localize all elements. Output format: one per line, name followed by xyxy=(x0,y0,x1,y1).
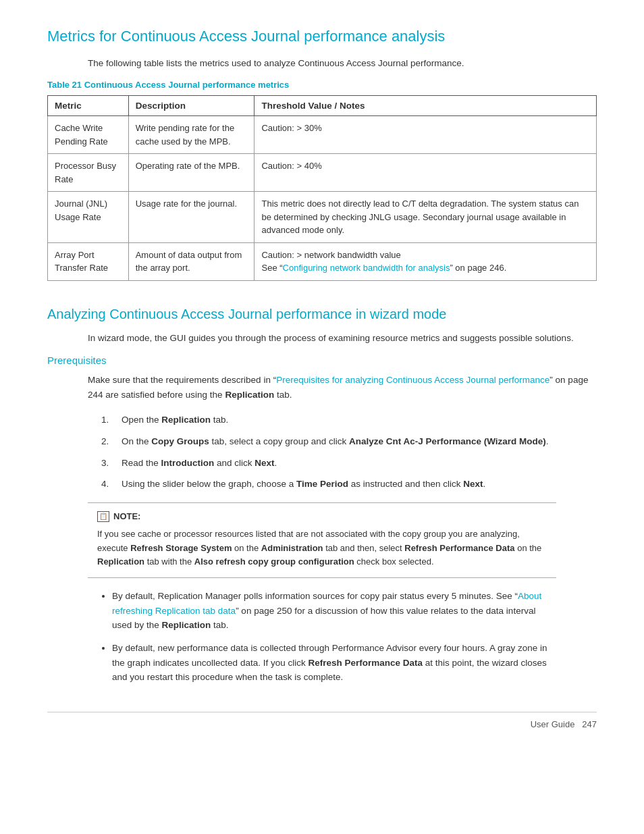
row2-description: Operating rate of the MPB. xyxy=(128,154,254,192)
page-footer: User Guide 247 xyxy=(47,712,597,729)
step-1: 1. Open the Replication tab. xyxy=(101,413,597,427)
row4-metric: Array Port Transfer Rate xyxy=(48,242,129,280)
col-header-threshold: Threshold Value / Notes xyxy=(254,96,597,116)
row4-threshold: Caution: > network bandwidth value See “… xyxy=(254,242,597,280)
configuring-link[interactable]: Configuring network bandwidth for analys… xyxy=(283,263,450,273)
table-caption: Table 21 Continuous Access Journal perfo… xyxy=(47,80,597,90)
section2-title: Analyzing Continuous Access Journal perf… xyxy=(47,305,597,323)
bullets-section: By default, Replication Manager polls in… xyxy=(101,589,556,685)
footer-label: User Guide xyxy=(531,719,575,729)
note-box: 📋 NOTE: If you see cache or processor re… xyxy=(88,502,556,578)
row2-metric: Processor Busy Rate xyxy=(48,154,129,192)
col-header-description: Description xyxy=(128,96,254,116)
bullet-2: By default, new performance data is coll… xyxy=(112,641,556,685)
table-row: Processor Busy Rate Operating rate of th… xyxy=(48,154,597,192)
note-label: NOTE: xyxy=(113,511,140,521)
step-4: 4. Using the slider below the graph, cho… xyxy=(101,477,597,492)
table-row: Cache Write Pending Rate Write pending r… xyxy=(48,116,597,154)
row1-metric: Cache Write Pending Rate xyxy=(48,116,129,154)
bullet-1: By default, Replication Manager polls in… xyxy=(112,589,556,633)
row2-threshold: Caution: > 40% xyxy=(254,154,597,192)
row1-threshold: Caution: > 30% xyxy=(254,116,597,154)
row1-description: Write pending rate for the cache used by… xyxy=(128,116,254,154)
step-3: 3. Read the Introduction and click Next. xyxy=(101,456,597,471)
prereq-title: Prerequisites xyxy=(47,355,597,366)
col-header-metric: Metric xyxy=(48,96,129,116)
note-icon: 📋 xyxy=(97,511,109,522)
note-body: If you see cache or processor resources … xyxy=(97,527,547,569)
row3-description: Usage rate for the journal. xyxy=(128,192,254,243)
row4-threshold-line1: Caution: > network bandwidth value xyxy=(261,250,400,260)
prereq-text: Make sure that the requirements describe… xyxy=(88,373,597,402)
refresh-link[interactable]: About refreshing Replication tab data xyxy=(112,591,541,616)
section1-title: Metrics for Continuous Access Journal pe… xyxy=(47,27,597,47)
section2-intro: In wizard mode, the GUI guides you throu… xyxy=(88,331,597,346)
metrics-table: Metric Description Threshold Value / Not… xyxy=(47,95,597,281)
table-row: Journal (JNL) Usage Rate Usage rate for … xyxy=(48,192,597,243)
note-header: 📋 NOTE: xyxy=(97,511,547,522)
row4-description: Amount of data output from the array por… xyxy=(128,242,254,280)
row3-threshold: This metric does not directly lead to C/… xyxy=(254,192,597,243)
section1-intro: The following table lists the metrics us… xyxy=(88,56,597,71)
prereq-link[interactable]: Prerequisites for analyzing Continuous A… xyxy=(276,375,549,385)
step-2: 2. On the Copy Groups tab, select a copy… xyxy=(101,434,597,449)
row3-metric: Journal (JNL) Usage Rate xyxy=(48,192,129,243)
footer-page: 247 xyxy=(582,719,597,729)
table-row: Array Port Transfer Rate Amount of data … xyxy=(48,242,597,280)
